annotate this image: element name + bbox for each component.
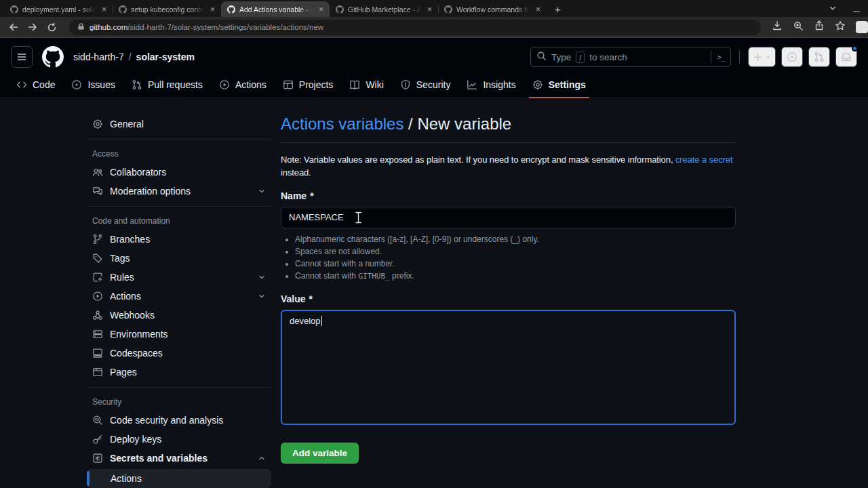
tab-strip: deployment.yaml - solar-system×setup kub… [0,0,868,17]
variable-value-textarea[interactable]: develop [281,310,736,425]
command-palette-icon[interactable]: >_ [717,53,725,62]
sidebar-item-deploy-keys[interactable]: Deploy keys [87,430,271,449]
sidebar-item-general[interactable]: General [87,115,271,134]
breadcrumb: sidd-harth-7 / solar-system [73,52,195,62]
sidebar-item-webhooks[interactable]: Webhooks [87,306,271,325]
new-tab-button[interactable]: + [555,4,561,14]
lock-icon [77,22,85,32]
sidebar-item-label: Rules [110,272,134,283]
add-variable-button[interactable]: Add variable [281,443,359,464]
tab-title: GitHub Marketplace - Actions to [348,5,421,14]
minimize-button[interactable] [853,3,860,15]
asterisk-box-icon [92,453,103,464]
required-asterisk: * [309,293,313,304]
sidebar-item-branches[interactable]: Branches [87,230,271,249]
book-icon [349,79,360,90]
reload-button[interactable] [45,22,58,33]
sidebar-item-label: Code security and analysis [110,415,223,426]
sidebar-item-codespaces[interactable]: Codespaces [87,344,271,363]
sidebar-item-label: Branches [110,234,150,245]
name-rule: Cannot start with a number. [295,259,736,270]
sidebar-item-rules[interactable]: Rules [87,268,271,287]
sidebar-divider [87,387,271,388]
sidebar-divider [87,206,271,207]
repo-tab-security[interactable]: Security [395,72,456,98]
inbox-button[interactable] [835,47,857,67]
tab-close-icon[interactable]: × [208,5,217,14]
tab-close-icon[interactable]: × [425,5,434,14]
repo-tab-projects[interactable]: Projects [277,72,339,98]
gear-icon [92,119,103,129]
sidebar-section-title: Code and automation [87,212,271,230]
download-icon[interactable] [772,20,783,34]
variable-name-input[interactable] [281,207,736,228]
bookmark-star-icon[interactable] [835,20,846,34]
repo-tab-pull-requests[interactable]: Pull requests [126,72,208,98]
repo-tab-code[interactable]: Code [11,72,60,98]
browser-tab[interactable]: Add Actions variable - sidd-hart× [221,1,330,17]
forward-button[interactable] [26,22,39,33]
chevron-down-icon [258,292,266,300]
create-a-secret-link[interactable]: create a secret [675,155,733,165]
repo-tab-actions[interactable]: Actions [214,72,272,98]
browser-tab[interactable]: Workflow commands for GitHub× [438,1,547,17]
tab-close-icon[interactable]: × [317,5,326,14]
tab-close-icon[interactable]: × [534,5,542,14]
search-input[interactable]: Type / to search >_ [530,47,731,67]
github-favicon [444,5,452,14]
pull-request-icon [132,79,142,90]
browser-tab[interactable]: setup kubeconfig context - sidd× [113,1,221,17]
browser-tab[interactable]: GitHub Marketplace - Actions to× [330,1,438,17]
sidebar-item-pages[interactable]: Pages [87,363,271,382]
sidebar-item-actions[interactable]: Actions [87,287,271,306]
play-icon [219,79,230,90]
breadcrumb-owner[interactable]: sidd-harth-7 [73,52,124,62]
sidebar-item-label: General [110,119,144,129]
profile-avatar[interactable] [856,21,868,33]
sidebar-item-label: Actions [111,473,142,484]
zoom-icon[interactable] [793,20,804,34]
tab-search-icon[interactable] [829,3,837,15]
pull-requests-header-button[interactable] [808,47,830,67]
github-favicon [10,5,18,14]
sidebar-item-actions[interactable]: Actions [87,469,271,488]
repo-nav: CodeIssuesPull requestsActionsProjectsWi… [11,72,857,98]
hamburger-menu-button[interactable] [11,46,33,68]
tab-title: deployment.yaml - solar-system [22,5,96,14]
inbox-icon [841,52,852,62]
repo-tab-wiki[interactable]: Wiki [344,72,389,98]
tab-close-icon[interactable]: × [100,5,108,14]
pull-request-icon [814,52,825,62]
github-logo-icon[interactable] [42,46,64,68]
sidebar-item-collaborators[interactable]: Collaborators [87,163,271,182]
chevron-down-icon [258,187,266,195]
comment-icon [92,186,103,197]
actions-variables-link[interactable]: Actions variables [281,115,403,133]
url-domain: github.com [90,23,127,31]
repo-tab-label: Settings [549,79,586,90]
breadcrumb-repo[interactable]: solar-system [136,52,195,62]
sidebar-item-secrets-and-variables[interactable]: Secrets and variables [87,449,271,468]
repo-tab-issues[interactable]: Issues [66,72,120,98]
webhook-icon [92,310,103,321]
github-favicon [227,5,235,14]
repo-tab-insights[interactable]: Insights [461,72,521,98]
sidebar-item-environments[interactable]: Environments [87,325,271,344]
back-button[interactable] [7,22,20,33]
repo-tab-label: Issues [87,79,115,90]
issue-opened-icon [71,79,82,90]
title-divider [281,142,736,143]
url-bar[interactable]: github.com/sidd-harth-7/solar-system/set… [69,20,761,35]
share-icon[interactable] [814,20,825,34]
create-new-button[interactable] [748,47,776,67]
sidebar-item-code-security-and-analysis[interactable]: Code security and analysis [87,411,271,430]
browser-tab[interactable]: deployment.yaml - solar-system× [4,1,113,17]
variable-value-text: develop [290,316,321,326]
page-title: Actions variables / New variable [281,115,736,134]
sidebar-item-moderation-options[interactable]: Moderation options [87,182,271,201]
sidebar-item-tags[interactable]: Tags [87,249,271,268]
repo-tab-settings[interactable]: Settings [527,72,591,98]
issues-header-button[interactable] [781,47,803,67]
toolbar-icons [772,20,861,34]
header-divider [739,50,740,64]
